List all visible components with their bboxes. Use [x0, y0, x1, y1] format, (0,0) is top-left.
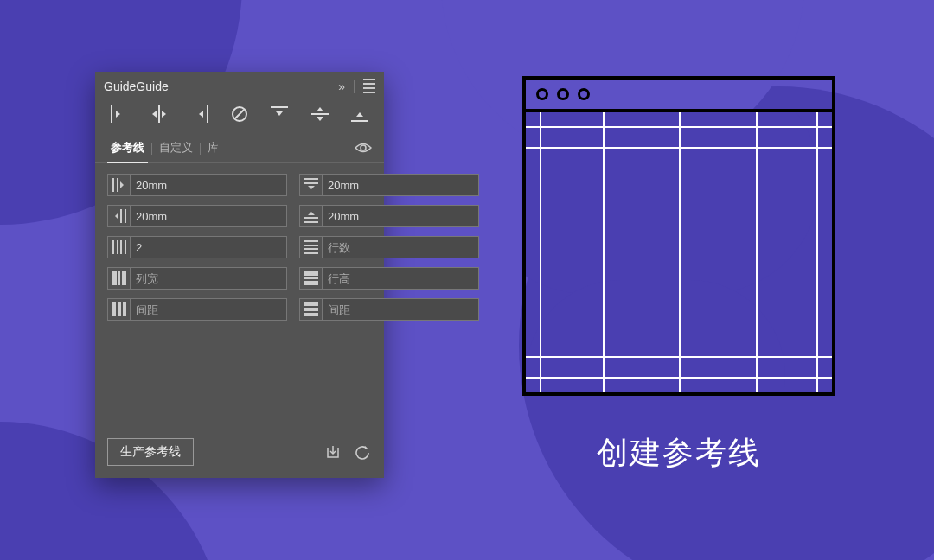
- panel-footer: 生产参考线: [95, 426, 384, 478]
- svg-rect-17: [112, 178, 114, 192]
- column-width-input[interactable]: [131, 268, 286, 289]
- guide-bottom-edge-button[interactable]: [348, 104, 372, 124]
- margin-top-icon: [300, 175, 323, 195]
- panel-header: GuideGuide: [95, 72, 384, 104]
- svg-rect-37: [112, 271, 117, 285]
- column-width-field: [107, 267, 287, 290]
- rows-field: [299, 236, 479, 258]
- columns-input[interactable]: [131, 237, 286, 258]
- guideguide-panel: GuideGuide 参考线 自定义: [95, 72, 384, 478]
- svg-marker-23: [115, 213, 118, 220]
- svg-rect-14: [351, 120, 368, 122]
- traffic-light-icon: [578, 88, 590, 100]
- svg-rect-46: [304, 302, 318, 306]
- clear-guides-button[interactable]: [227, 104, 252, 124]
- svg-rect-42: [304, 281, 318, 285]
- guide-right-edge-button[interactable]: [188, 104, 212, 124]
- svg-rect-11: [311, 113, 329, 115]
- refresh-icon[interactable]: [353, 442, 372, 461]
- margin-bottom-icon: [300, 206, 323, 226]
- svg-rect-41: [304, 277, 318, 279]
- svg-rect-18: [117, 178, 118, 192]
- margin-right-field: [107, 205, 287, 227]
- separator: [354, 80, 355, 93]
- row-height-icon: [300, 268, 323, 289]
- tabs: 参考线 自定义 库: [95, 135, 384, 163]
- svg-rect-38: [118, 271, 120, 285]
- guide-v-center-button[interactable]: [308, 104, 332, 124]
- traffic-light-icon: [536, 88, 548, 100]
- svg-marker-19: [120, 181, 124, 188]
- column-width-icon: [108, 268, 131, 289]
- tab-custom[interactable]: 自定义: [152, 135, 200, 162]
- menu-icon[interactable]: [363, 79, 375, 93]
- rows-input[interactable]: [323, 237, 478, 258]
- row-gutter-input[interactable]: [323, 299, 478, 320]
- columns-icon: [108, 237, 131, 258]
- svg-point-16: [361, 145, 366, 150]
- visibility-toggle[interactable]: [351, 138, 375, 160]
- svg-rect-30: [117, 240, 118, 254]
- tab-guides[interactable]: 参考线: [104, 135, 151, 162]
- margin-left-icon: [108, 175, 131, 195]
- margin-bottom-input[interactable]: [323, 206, 478, 226]
- rows-icon: [300, 237, 323, 258]
- caption: 创建参考线: [522, 432, 835, 474]
- panel-title: GuideGuide: [104, 80, 169, 93]
- svg-rect-40: [304, 271, 318, 276]
- svg-rect-33: [304, 240, 318, 242]
- svg-rect-43: [112, 302, 116, 316]
- svg-marker-4: [162, 111, 166, 118]
- margin-right-icon: [108, 206, 131, 226]
- traffic-light-icon: [557, 88, 569, 100]
- svg-marker-10: [276, 111, 283, 116]
- window-frame-icon: [522, 76, 835, 396]
- svg-rect-32: [125, 240, 126, 254]
- svg-marker-3: [152, 111, 157, 118]
- svg-rect-2: [158, 105, 160, 123]
- row-height-input[interactable]: [323, 268, 478, 289]
- tab-library[interactable]: 库: [201, 135, 226, 162]
- svg-rect-45: [123, 302, 126, 316]
- row-gutter-field: [299, 298, 479, 321]
- guide-line: [679, 112, 681, 392]
- svg-rect-24: [120, 209, 122, 223]
- guide-line: [603, 112, 605, 392]
- margin-right-input[interactable]: [131, 206, 286, 226]
- save-grid-icon[interactable]: [323, 442, 342, 461]
- window-titlebar: [526, 80, 832, 112]
- guide-left-edge-button[interactable]: [107, 104, 131, 124]
- guide-top-edge-button[interactable]: [267, 104, 291, 124]
- column-gutter-input[interactable]: [131, 299, 286, 320]
- canvas: [526, 112, 832, 392]
- svg-rect-9: [271, 106, 288, 108]
- margin-left-input[interactable]: [131, 175, 286, 195]
- margin-bottom-field: [299, 205, 479, 227]
- columns-field: [107, 236, 287, 258]
- column-gutter-field: [107, 298, 287, 321]
- make-guides-button[interactable]: 生产参考线: [107, 438, 194, 466]
- guide-h-center-button[interactable]: [147, 104, 171, 124]
- svg-rect-25: [125, 209, 126, 223]
- collapse-icon[interactable]: [338, 80, 345, 93]
- svg-line-8: [235, 110, 244, 118]
- svg-marker-26: [308, 212, 315, 215]
- row-gutter-icon: [300, 299, 323, 320]
- svg-marker-15: [356, 112, 363, 117]
- guides-illustration: [522, 76, 835, 396]
- quick-guides-toolbar: [95, 104, 384, 135]
- svg-marker-22: [308, 186, 315, 189]
- guide-line: [540, 112, 541, 392]
- grid-fields: [95, 163, 384, 331]
- svg-rect-29: [112, 240, 114, 254]
- svg-rect-28: [304, 221, 318, 223]
- svg-marker-12: [317, 107, 323, 111]
- guide-line: [816, 112, 818, 392]
- column-gutter-icon: [108, 299, 131, 320]
- guide-line: [756, 112, 758, 392]
- margin-left-field: [107, 174, 287, 196]
- svg-marker-50: [365, 446, 368, 449]
- margin-top-input[interactable]: [323, 175, 478, 195]
- svg-marker-6: [199, 111, 203, 118]
- svg-rect-21: [304, 182, 318, 184]
